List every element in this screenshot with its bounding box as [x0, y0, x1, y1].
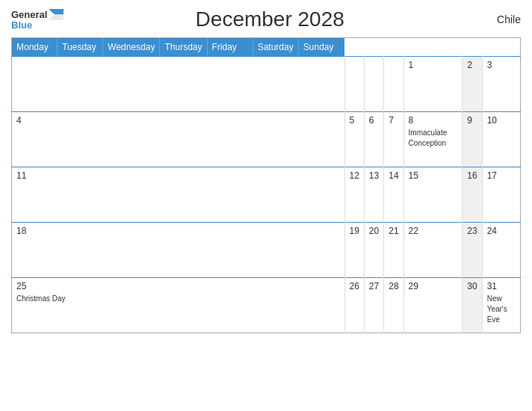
day-number: 21: [389, 226, 398, 236]
calendar-cell: 12: [344, 167, 364, 223]
day-number: 1: [409, 60, 458, 70]
logo-blue: Blue: [11, 20, 32, 30]
calendar-cell: 27: [364, 278, 383, 333]
calendar-cell: 14: [384, 167, 403, 223]
col-sunday: Sunday: [299, 38, 344, 56]
calendar-cell: 24: [482, 223, 520, 278]
page-header: General Blue December 2028 Chile: [11, 7, 521, 31]
day-number: 15: [409, 170, 458, 181]
calendar-cell: 13: [364, 167, 383, 223]
calendar-cell: 31New Year's Eve: [482, 278, 520, 333]
calendar-cell: 8Immaculate Conception: [403, 112, 463, 167]
day-number: 13: [369, 170, 379, 181]
day-number: 27: [369, 281, 379, 291]
country-label: Chile: [476, 13, 521, 25]
day-number: 19: [350, 226, 359, 236]
holiday-label: Christmas Day: [16, 294, 66, 303]
calendar-cell: 25Christmas Day: [12, 278, 345, 333]
calendar-week-1: 123: [12, 57, 521, 112]
col-saturday: Saturday: [253, 38, 299, 56]
holiday-label: Immaculate Conception: [409, 129, 448, 147]
calendar-week-2: 45678Immaculate Conception910: [12, 112, 521, 167]
day-number: 24: [487, 226, 516, 236]
col-friday: Friday: [208, 38, 253, 56]
calendar-cell: [12, 57, 345, 112]
calendar-cell: [344, 57, 364, 112]
day-number: 16: [467, 170, 477, 181]
day-number: 25: [16, 281, 340, 291]
logo-flag-icon: [49, 9, 64, 20]
col-tuesday: Tuesday: [58, 38, 103, 56]
day-number: 8: [409, 115, 458, 126]
calendar-cell: [364, 57, 383, 112]
col-wednesday: Wednesday: [103, 38, 160, 56]
col-monday: Monday: [12, 38, 58, 56]
calendar-cell: 2: [463, 57, 482, 112]
calendar-cell: 6: [364, 112, 383, 167]
calendar-cell: 29: [403, 278, 463, 333]
calendar-cell: 1: [403, 57, 463, 112]
day-number: 31: [487, 281, 516, 291]
calendar-cell: 15: [403, 167, 463, 223]
calendar-table: Monday Tuesday Wednesday Thursday Friday…: [11, 37, 521, 333]
calendar-header-row: Monday Tuesday Wednesday Thursday Friday…: [12, 38, 344, 56]
calendar-cell: 4: [12, 112, 345, 167]
calendar-week-4: 18192021222324: [12, 223, 521, 278]
calendar-cell: 20: [364, 223, 383, 278]
col-thursday: Thursday: [160, 38, 207, 56]
day-number: 12: [350, 170, 359, 181]
calendar-cell: [384, 57, 403, 112]
day-number: 23: [467, 226, 477, 236]
day-number: 17: [487, 170, 516, 181]
day-number: 20: [369, 226, 379, 236]
calendar-cell: 17: [482, 167, 520, 223]
page-title: December 2028: [64, 7, 476, 31]
day-number: 5: [350, 115, 359, 126]
calendar-cell: 18: [12, 223, 345, 278]
day-number: 30: [467, 281, 477, 291]
day-number: 2: [467, 60, 477, 70]
day-number: 28: [389, 281, 398, 291]
calendar-week-3: 11121314151617: [12, 167, 521, 223]
day-number: 29: [409, 281, 458, 291]
day-number: 22: [409, 226, 458, 236]
logo-general: General: [11, 10, 47, 19]
calendar-cell: 16: [463, 167, 482, 223]
calendar-cell: 7: [384, 112, 403, 167]
calendar-cell: 9: [463, 112, 482, 167]
calendar-body: 12345678Immaculate Conception91011121314…: [12, 57, 521, 333]
calendar-cell: 19: [344, 223, 364, 278]
calendar-cell: 21: [384, 223, 403, 278]
calendar-cell: 10: [482, 112, 520, 167]
day-number: 26: [350, 281, 359, 291]
day-number: 14: [389, 170, 398, 181]
day-number: 10: [487, 115, 516, 126]
calendar-cell: 30: [463, 278, 482, 333]
calendar-page: General Blue December 2028 Chile Monday …: [0, 0, 532, 411]
day-number: 7: [389, 115, 398, 126]
day-number: 6: [369, 115, 379, 126]
day-number: 11: [16, 170, 340, 181]
calendar-cell: 11: [12, 167, 345, 223]
calendar-week-5: 25Christmas Day262728293031New Year's Ev…: [12, 278, 521, 333]
logo: General Blue: [11, 9, 64, 30]
calendar-cell: 28: [384, 278, 403, 333]
calendar-cell: 3: [482, 57, 520, 112]
calendar-cell: 23: [463, 223, 482, 278]
day-number: 18: [16, 226, 340, 236]
calendar-cell: 22: [403, 223, 463, 278]
day-number: 3: [487, 60, 516, 70]
day-number: 9: [467, 115, 477, 126]
calendar-cell: 26: [344, 278, 364, 333]
day-number: 4: [16, 115, 340, 126]
calendar-cell: 5: [344, 112, 364, 167]
holiday-label: New Year's Eve: [487, 294, 507, 324]
